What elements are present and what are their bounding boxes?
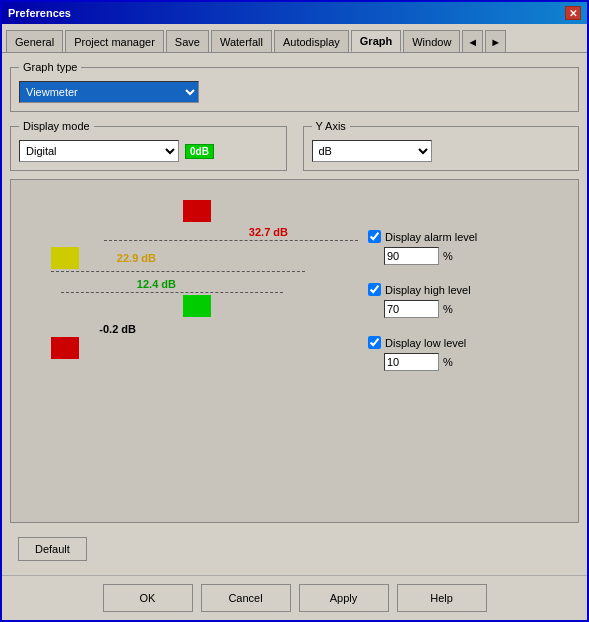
zero-db-badge: 0dB (185, 144, 214, 159)
y-axis-legend: Y Axis (312, 120, 350, 132)
bottom-actions: OK Cancel Apply Help (2, 575, 587, 620)
neg-color-box (51, 337, 79, 359)
display-mode-fieldset: Display mode Digital Analog Bar 0dB (10, 120, 287, 171)
tab-project-manager[interactable]: Project manager (65, 30, 164, 52)
tab-scroll-right[interactable]: ► (485, 30, 506, 52)
tab-waterfall[interactable]: Waterfall (211, 30, 272, 52)
high-color-box (51, 247, 79, 269)
high-label: Display high level (385, 284, 471, 296)
alarm-label: Display alarm level (385, 231, 477, 243)
display-mode-yaxis-row: Display mode Digital Analog Bar 0dB Y Ax… (10, 120, 579, 171)
window-title: Preferences (8, 7, 71, 19)
y-axis-fieldset: Y Axis dB Linear Log (303, 120, 580, 171)
low-checkbox[interactable] (368, 336, 381, 349)
high-input[interactable] (384, 300, 439, 318)
alarm-percent: % (443, 250, 453, 262)
alarm-input[interactable] (384, 247, 439, 265)
graph-type-fieldset: Graph type Viewmeter Spectrum Waterfall (10, 61, 579, 112)
low-control: Display low level % (368, 336, 558, 371)
low-color-box (183, 295, 211, 317)
alarm-color-box (183, 200, 211, 222)
alarm-control: Display alarm level % (368, 230, 558, 265)
high-control: Display high level % (368, 283, 558, 318)
default-button[interactable]: Default (18, 537, 87, 561)
tab-general[interactable]: General (6, 30, 63, 52)
cancel-button[interactable]: Cancel (201, 584, 291, 612)
low-input[interactable] (384, 353, 439, 371)
tab-autodisplay[interactable]: Autodisplay (274, 30, 349, 52)
graph-type-select[interactable]: Viewmeter Spectrum Waterfall (19, 81, 199, 103)
high-checkbox[interactable] (368, 283, 381, 296)
default-button-bar: Default (10, 531, 579, 567)
high-percent: % (443, 303, 453, 315)
content-area: Graph type Viewmeter Spectrum Waterfall … (2, 52, 587, 575)
tab-save[interactable]: Save (166, 30, 209, 52)
graph-type-legend: Graph type (19, 61, 81, 73)
low-label: Display low level (385, 337, 466, 349)
tab-scroll-left[interactable]: ◄ (462, 30, 483, 52)
neg-db-label: -0.2 dB (71, 323, 136, 335)
tabs-bar: General Project manager Save Waterfall A… (2, 24, 587, 52)
display-mode-legend: Display mode (19, 120, 94, 132)
alarm-checkbox[interactable] (368, 230, 381, 243)
ok-button[interactable]: OK (103, 584, 193, 612)
low-db-label: 12.4 dB (111, 278, 176, 290)
tab-window[interactable]: Window (403, 30, 460, 52)
display-mode-select[interactable]: Digital Analog Bar (19, 140, 179, 162)
close-button[interactable]: ✕ (565, 6, 581, 20)
preferences-window: Preferences ✕ General Project manager Sa… (0, 0, 589, 622)
display-section: 32.7 dB 22.9 dB (10, 179, 579, 523)
help-button[interactable]: Help (397, 584, 487, 612)
tab-graph[interactable]: Graph (351, 30, 401, 52)
high-db-label: 22.9 dB (91, 252, 156, 264)
y-axis-select[interactable]: dB Linear Log (312, 140, 432, 162)
low-percent: % (443, 356, 453, 368)
alarm-db-label: 32.7 dB (223, 226, 288, 238)
apply-button[interactable]: Apply (299, 584, 389, 612)
title-bar: Preferences ✕ (2, 2, 587, 24)
